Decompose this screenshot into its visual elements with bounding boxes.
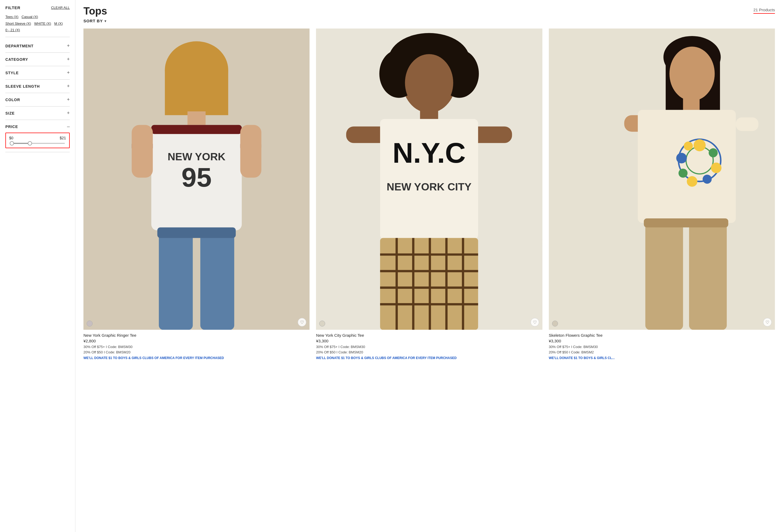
product-image-1[interactable]: NEW YORK 95 ♡ <box>84 29 310 330</box>
product-image-2[interactable]: N.Y.C NEW YORK CITY <box>316 29 542 330</box>
price-max-label: $21 <box>60 136 66 140</box>
department-title: DEPARTMENT <box>5 44 34 48</box>
color-header[interactable]: COLOR + <box>5 97 70 102</box>
product-3-donation[interactable]: WE'LL DONATE $1 TO BOYS & GIRLS CL... <box>549 356 775 360</box>
style-toggle-icon: + <box>67 70 70 75</box>
slider-thumb-right[interactable] <box>28 141 32 145</box>
sleeve-header[interactable]: SLEEVE LENGTH + <box>5 84 70 89</box>
style-header[interactable]: STYLE + <box>5 70 70 75</box>
svg-rect-59 <box>689 221 727 330</box>
svg-point-50 <box>693 139 706 152</box>
svg-point-54 <box>687 176 697 187</box>
slider-thumb-left[interactable] <box>10 141 14 145</box>
product-2-price: ¥3,300 <box>316 339 542 343</box>
sidebar: FILTER CLEAR ALL Tees (X) Casual (X) Sho… <box>0 0 75 532</box>
style-title: STYLE <box>5 71 19 75</box>
svg-point-57 <box>684 141 693 151</box>
svg-point-43 <box>669 46 715 101</box>
product-count: 21 Products <box>753 7 775 14</box>
sidebar-header: FILTER CLEAR ALL <box>5 5 70 10</box>
department-toggle-icon: + <box>67 43 70 49</box>
svg-point-22 <box>405 54 453 111</box>
price-title: PRICE <box>5 125 18 129</box>
svg-rect-60 <box>644 219 728 228</box>
filter-section-color: COLOR + <box>5 93 70 106</box>
svg-text:95: 95 <box>181 162 212 192</box>
color-title: COLOR <box>5 98 20 102</box>
product-2-wishlist-btn[interactable]: ♡ <box>531 318 539 327</box>
svg-point-55 <box>678 169 687 178</box>
sleeve-toggle-icon: + <box>67 84 70 89</box>
product-3-promo1: 30% Off $75+ I Code: BMSM30 <box>549 344 775 350</box>
price-header[interactable]: PRICE – <box>5 124 70 129</box>
product-1-swatches <box>87 321 93 327</box>
page-title: Tops <box>84 5 107 17</box>
filter-m-tag[interactable]: M (X) <box>54 22 63 26</box>
product-3-swatch-1[interactable] <box>552 321 558 327</box>
svg-rect-14 <box>200 231 234 330</box>
svg-point-51 <box>709 148 718 157</box>
product-2-swatch-1[interactable] <box>319 321 325 327</box>
size-header[interactable]: SIZE + <box>5 110 70 116</box>
svg-point-53 <box>702 174 712 184</box>
svg-text:NEW YORK CITY: NEW YORK CITY <box>387 181 472 193</box>
svg-rect-58 <box>645 221 683 330</box>
product-count-area: 21 Products <box>753 7 775 14</box>
filter-shortsleeve-tag[interactable]: Short Sleeve (X) <box>5 22 31 26</box>
main-header: Tops SORT BY ▾ 21 Products <box>84 5 775 23</box>
filter-section-size: SIZE + <box>5 106 70 120</box>
svg-rect-15 <box>157 227 236 238</box>
color-toggle-icon: + <box>67 97 70 102</box>
model-figure-3 <box>549 29 775 330</box>
filter-section-department: DEPARTMENT + <box>5 39 70 53</box>
category-toggle-icon: + <box>67 57 70 62</box>
filter-tees-tag[interactable]: Tees (X) <box>5 15 18 19</box>
product-card-1: NEW YORK 95 ♡ <box>84 29 310 360</box>
product-image-3[interactable]: ♡ <box>549 29 775 330</box>
model-figure-1: NEW YORK 95 <box>84 29 310 330</box>
clear-all-link[interactable]: CLEAR ALL <box>51 6 70 10</box>
product-1-promo2: 20% Off $50 I Code: BMSM20 <box>84 350 310 355</box>
filter-white-tag[interactable]: WHITE (X) <box>34 22 51 26</box>
svg-rect-3 <box>165 70 228 115</box>
product-grid: NEW YORK 95 ♡ <box>84 29 775 360</box>
price-min-label: $0 <box>9 136 13 140</box>
category-header[interactable]: CATEGORY + <box>5 57 70 62</box>
svg-rect-47 <box>735 118 758 131</box>
product-3-promo2: 20% Off $50 I Code: BMSM2 <box>549 350 775 355</box>
svg-rect-10 <box>240 125 261 178</box>
svg-rect-9 <box>132 125 153 178</box>
product-1-swatch-1[interactable] <box>87 321 93 327</box>
product-1-donation[interactable]: WE'LL DONATE $1 TO BOYS & GIRLS CLUBS OF… <box>84 356 310 360</box>
product-3-promo: 30% Off $75+ I Code: BMSM30 20% Off $50 … <box>549 344 775 355</box>
size-title: SIZE <box>5 111 14 115</box>
product-1-name[interactable]: New York Graphic Ringer Tee <box>84 333 310 337</box>
svg-point-56 <box>676 153 687 163</box>
product-2-name[interactable]: New York City Graphic Tee <box>316 333 542 337</box>
svg-rect-13 <box>159 231 193 330</box>
filter-section-price: PRICE – $0 $21 <box>5 120 70 152</box>
svg-text:N.Y.C: N.Y.C <box>393 137 466 169</box>
sort-area[interactable]: SORT BY ▾ <box>84 19 107 23</box>
svg-point-52 <box>711 163 721 173</box>
product-1-price: ¥2,800 <box>84 339 310 343</box>
filter-section-category: CATEGORY + <box>5 53 70 66</box>
model-svg-3 <box>549 29 775 330</box>
product-2-promo: 30% Off $75+ I Code: BMSM30 20% Off $50 … <box>316 344 542 355</box>
price-range-labels: $0 $21 <box>9 136 66 140</box>
title-sort-area: Tops SORT BY ▾ <box>84 5 107 23</box>
svg-rect-4 <box>188 111 206 126</box>
active-filters: Tees (X) Casual (X) Short Sleeve (X) WHI… <box>5 14 70 34</box>
price-range-box: $0 $21 <box>5 133 70 148</box>
product-2-info: New York City Graphic Tee ¥3,300 30% Off… <box>316 330 542 360</box>
department-header[interactable]: DEPARTMENT + <box>5 43 70 49</box>
svg-text:NEW YORK: NEW YORK <box>168 151 225 162</box>
filter-price-tag[interactable]: 0 - 21 (X) <box>5 28 20 32</box>
filter-section-style: STYLE + <box>5 66 70 79</box>
product-1-info: New York Graphic Ringer Tee ¥2,800 30% O… <box>84 330 310 360</box>
filter-casual-tag[interactable]: Casual (X) <box>22 15 38 19</box>
product-3-name[interactable]: Skeleton Flowers Graphic Tee <box>549 333 775 337</box>
price-slider-track[interactable] <box>10 143 65 144</box>
sort-arrow-icon[interactable]: ▾ <box>104 19 106 23</box>
product-2-donation[interactable]: WE'LL DONATE $1 TO BOYS & GIRLS CLUBS OF… <box>316 356 542 360</box>
